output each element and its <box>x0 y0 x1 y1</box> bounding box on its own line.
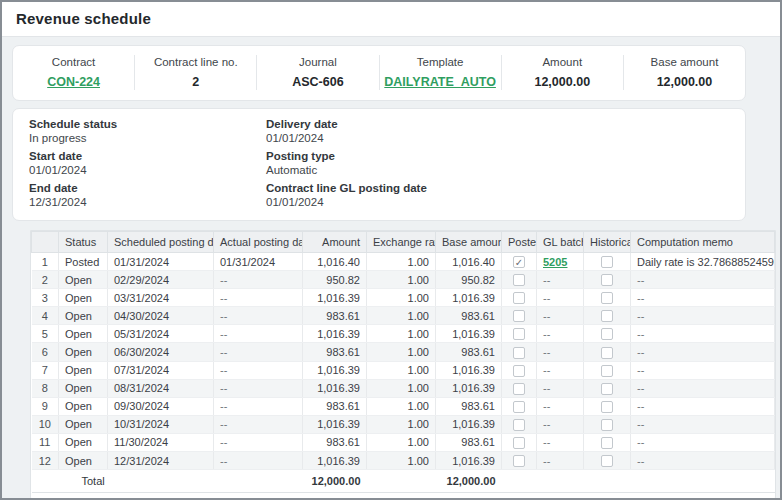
total-label: Total <box>32 470 303 493</box>
posting-type-label: Posting type <box>266 150 729 162</box>
actual-posting-date-cell: -- <box>214 433 303 451</box>
historical-checkbox[interactable] <box>601 383 613 395</box>
historical-checkbox[interactable] <box>601 437 613 449</box>
historical-checkbox[interactable] <box>601 292 613 304</box>
gl-batch-cell: -- <box>537 289 584 307</box>
base-amount-value: 12,000.00 <box>628 75 741 89</box>
historical-checkbox[interactable] <box>601 365 613 377</box>
computation-memo-cell: -- <box>631 361 775 379</box>
summary-field-journal: Journal ASC-606 <box>256 55 378 90</box>
posted-cell <box>502 415 537 433</box>
posted-header: Posted <box>502 232 537 253</box>
scheduled-posting-date-cell: 06/30/2024 <box>108 343 214 361</box>
posted-checkbox[interactable] <box>513 347 525 359</box>
total-base-amount: 12,000.00 <box>436 470 502 493</box>
computation-memo-header: Computation memo <box>631 232 775 253</box>
posted-checkbox[interactable]: ✓ <box>513 256 525 268</box>
gl-batch-cell: -- <box>537 325 584 343</box>
scheduled-posting-date-cell: 01/31/2024 <box>108 253 214 271</box>
contract-line-no-label: Contract line no. <box>139 56 252 68</box>
exchange-rate-cell: 1.00 <box>367 397 436 415</box>
table-row: 8Open08/31/2024--1,016.391.001,016.39---… <box>32 379 775 397</box>
amount-cell: 1,016.40 <box>303 253 367 271</box>
end-date-label: End date <box>29 182 266 194</box>
posted-cell <box>502 325 537 343</box>
computation-memo-cell: Daily rate is 32.78688524590163. <box>631 253 775 271</box>
title-bar: Revenue schedule <box>2 2 780 37</box>
status-cell: Open <box>59 361 108 379</box>
historical-checkbox[interactable] <box>601 310 613 322</box>
table-row: 3Open03/31/2024--1,016.391.001,016.39---… <box>32 289 775 307</box>
historical-cell <box>584 325 631 343</box>
amount-value: 12,000.00 <box>506 75 619 89</box>
schedule-table-footer: Total 12,000.00 12,000.00 <box>32 470 775 493</box>
posted-checkbox[interactable] <box>513 383 525 395</box>
posted-cell <box>502 307 537 325</box>
posting-type-field: Posting type Automatic <box>266 150 729 176</box>
exchange-rate-cell: 1.00 <box>367 433 436 451</box>
row-number-header <box>32 232 59 253</box>
posted-checkbox[interactable] <box>513 401 525 413</box>
row-number-cell: 4 <box>32 307 59 325</box>
historical-checkbox[interactable] <box>601 347 613 359</box>
contract-link[interactable]: CON-224 <box>47 75 100 89</box>
base-amount-cell: 1,016.39 <box>436 415 502 433</box>
posted-checkbox[interactable] <box>513 365 525 377</box>
contract-line-gl-posting-date-field: Contract line GL posting date 01/01/2024 <box>266 182 729 208</box>
scheduled-posting-date-cell: 12/31/2024 <box>108 452 214 470</box>
exchange-rate-cell: 1.00 <box>367 253 436 271</box>
amount-cell: 983.61 <box>303 343 367 361</box>
posted-checkbox[interactable] <box>513 419 525 431</box>
amount-cell: 1,016.39 <box>303 289 367 307</box>
row-number-cell: 8 <box>32 379 59 397</box>
exchange-rate-cell: 1.00 <box>367 343 436 361</box>
delivery-date-label: Delivery date <box>266 118 729 130</box>
posted-checkbox[interactable] <box>513 328 525 340</box>
gl-batch-cell: -- <box>537 343 584 361</box>
base-amount-cell: 983.61 <box>436 343 502 361</box>
table-row: 10Open10/31/2024--1,016.391.001,016.39--… <box>32 415 775 433</box>
computation-memo-cell: -- <box>631 379 775 397</box>
total-row: Total 12,000.00 12,000.00 <box>32 470 775 493</box>
row-number-cell: 1 <box>32 253 59 271</box>
exchange-rate-cell: 1.00 <box>367 379 436 397</box>
historical-checkbox[interactable] <box>601 401 613 413</box>
posted-checkbox[interactable] <box>513 274 525 286</box>
page-title: Revenue schedule <box>16 10 766 27</box>
base-amount-cell: 1,016.40 <box>436 253 502 271</box>
posted-checkbox[interactable] <box>513 310 525 322</box>
row-number-cell: 3 <box>32 289 59 307</box>
historical-checkbox[interactable] <box>601 328 613 340</box>
gl-batch-cell: -- <box>537 379 584 397</box>
historical-checkbox[interactable] <box>601 274 613 286</box>
status-cell: Posted <box>59 253 108 271</box>
amount-cell: 1,016.39 <box>303 452 367 470</box>
posted-checkbox[interactable] <box>513 437 525 449</box>
row-number-cell: 7 <box>32 361 59 379</box>
historical-checkbox[interactable] <box>601 419 613 431</box>
historical-checkbox[interactable] <box>601 256 613 268</box>
schedule-table-container: Status Scheduled posting date Actual pos… <box>30 230 776 500</box>
contract-line-gl-posting-date-value: 01/01/2024 <box>266 196 729 208</box>
posted-checkbox[interactable] <box>513 455 525 467</box>
contract-label: Contract <box>17 56 130 68</box>
historical-cell <box>584 253 631 271</box>
actual-posting-date-cell: -- <box>214 325 303 343</box>
actual-posting-date-cell: -- <box>214 415 303 433</box>
historical-cell <box>584 271 631 289</box>
summary-field-contract: Contract CON-224 <box>13 55 134 90</box>
status-cell: Open <box>59 307 108 325</box>
status-cell: Open <box>59 415 108 433</box>
computation-memo-cell: -- <box>631 397 775 415</box>
template-link[interactable]: DAILYRATE_AUTO <box>384 75 496 89</box>
scheduled-posting-date-cell: 07/31/2024 <box>108 361 214 379</box>
gl-batch-cell: -- <box>537 361 584 379</box>
historical-checkbox[interactable] <box>601 455 613 467</box>
table-row: 9Open09/30/2024--983.611.00983.61---- <box>32 397 775 415</box>
total-amount: 12,000.00 <box>303 470 367 493</box>
posted-checkbox[interactable] <box>513 292 525 304</box>
gl-batch-link[interactable]: 5205 <box>543 256 567 268</box>
exchange-rate-cell: 1.00 <box>367 452 436 470</box>
computation-memo-cell: -- <box>631 452 775 470</box>
start-date-value: 01/01/2024 <box>29 164 266 176</box>
